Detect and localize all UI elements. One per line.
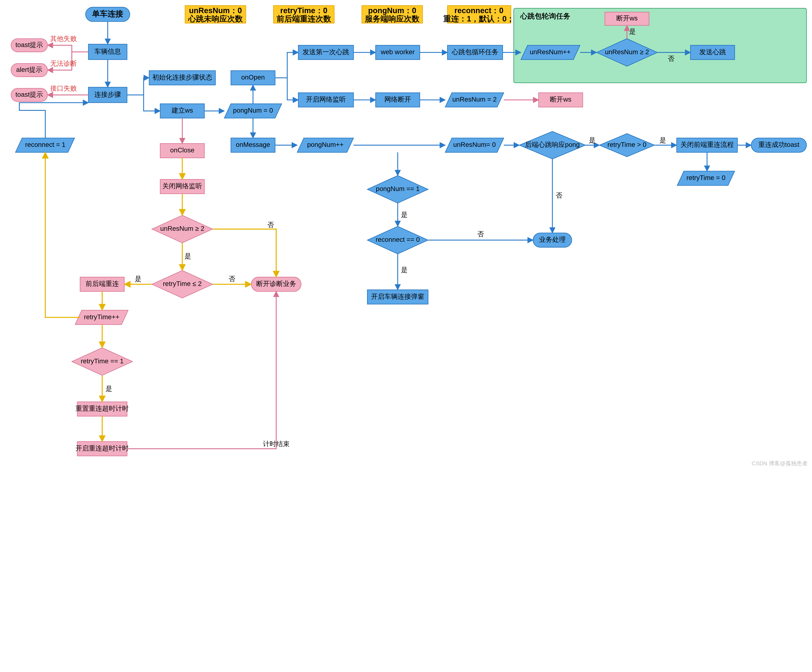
svg-text:后端心跳响应pong: 后端心跳响应pong — [525, 141, 580, 148]
node-pong-zero: pongNum = 0 — [224, 104, 282, 118]
node-onclose: onClose — [160, 143, 204, 158]
svg-text:否: 否 — [477, 230, 484, 238]
svg-text:是: 是 — [135, 275, 142, 282]
heartbeat-group-title: 心跳包轮询任务 — [520, 12, 570, 20]
node-web-worker: web worker — [375, 45, 420, 60]
badge-reconnect: reconnect：0重连：1，默认：0； — [444, 5, 514, 23]
svg-text:发送心跳: 发送心跳 — [699, 48, 726, 56]
svg-text:初始化连接步骤状态: 初始化连接步骤状态 — [152, 73, 212, 81]
svg-text:reconnect：0: reconnect：0 — [454, 6, 503, 15]
node-disc-ws-2: 断开ws — [539, 93, 583, 107]
svg-text:否: 否 — [229, 275, 235, 282]
svg-text:是: 是 — [106, 385, 112, 392]
svg-text:onMessage: onMessage — [236, 141, 270, 148]
node-toast1: toast提示 — [11, 39, 48, 52]
node-retry-eq1: retryTime == 1 — [72, 348, 133, 375]
node-pong-eq1: pongNum == 1 — [367, 175, 428, 203]
svg-text:关闭前端重连流程: 关闭前端重连流程 — [681, 141, 734, 148]
svg-text:连接步骤: 连接步骤 — [94, 91, 121, 98]
svg-text:重连成功toast: 重连成功toast — [758, 141, 800, 148]
node-onopen: onOpen — [231, 71, 275, 85]
svg-text:web worker: web worker — [380, 48, 415, 56]
svg-text:reconnect = 1: reconnect = 1 — [25, 141, 65, 148]
svg-text:reconnect == 0: reconnect == 0 — [375, 236, 420, 243]
svg-text:是: 是 — [401, 211, 408, 218]
svg-text:pongNum：0: pongNum：0 — [368, 6, 416, 15]
svg-text:否: 否 — [267, 221, 274, 228]
svg-text:前后端重连次数: 前后端重连次数 — [276, 14, 331, 23]
node-retry-zero: retryTime = 0 — [677, 171, 735, 185]
svg-text:否: 否 — [556, 192, 562, 199]
node-send-first: 发送第一次心跳 — [299, 45, 353, 60]
svg-text:onOpen: onOpen — [241, 73, 265, 81]
node-unres-2: unResNum = 2 — [445, 93, 504, 107]
svg-text:retryTime：0: retryTime：0 — [280, 6, 328, 15]
svg-text:心跳包循环任务: 心跳包循环任务 — [452, 48, 498, 56]
svg-text:车辆信息: 车辆信息 — [94, 48, 121, 55]
node-retry-inc: retryTime++ — [75, 310, 128, 325]
node-init-step: 初始化连接步骤状态 — [149, 71, 215, 85]
node-reset-timer: 重置重连超时计时 — [75, 402, 129, 416]
node-alert1: alert提示 — [11, 63, 48, 77]
svg-text:建立ws: 建立ws — [172, 107, 193, 114]
svg-text:unResNum ≥ 2: unResNum ≥ 2 — [605, 48, 649, 56]
label-api-fail: 接口失败 — [50, 85, 77, 92]
node-unres-ge2b: unResNum ≥ 2 — [152, 215, 213, 243]
svg-text:unResNum++: unResNum++ — [530, 48, 571, 56]
node-retry-le2: retryTime ≤ 2 — [152, 271, 213, 298]
badge-retrytime: retryTime：0前后端重连次数 — [273, 5, 334, 23]
svg-text:关闭网络监听: 关闭网络监听 — [162, 182, 202, 190]
svg-text:pongNum++: pongNum++ — [307, 141, 344, 148]
svg-text:是: 是 — [401, 266, 408, 274]
svg-text:unResNum：0: unResNum：0 — [189, 6, 242, 15]
node-net-off: 网络断开 — [375, 93, 420, 107]
svg-text:retryTime = 0: retryTime = 0 — [686, 174, 725, 182]
label-timer-end: 计时结束 — [263, 440, 290, 447]
node-biz: 业务处理 — [533, 233, 571, 247]
svg-text:retryTime ≤ 2: retryTime ≤ 2 — [163, 280, 202, 288]
node-start-net: 开启网络监听 — [299, 93, 353, 107]
svg-text:alert提示: alert提示 — [16, 66, 43, 73]
svg-text:否: 否 — [668, 55, 674, 62]
svg-text:开启重连超时计时: 开启重连超时计时 — [75, 444, 129, 452]
svg-text:业务处理: 业务处理 — [539, 236, 566, 243]
node-open-pop: 开启车辆连接弹窗 — [367, 290, 428, 304]
node-reconn-eq0: reconnect == 0 — [367, 226, 428, 254]
svg-text:toast提示: toast提示 — [15, 41, 43, 49]
svg-text:心跳未响应次数: 心跳未响应次数 — [188, 14, 243, 23]
node-unres-zero: unResNum= 0 — [445, 138, 504, 152]
svg-text:断开ws: 断开ws — [616, 14, 638, 22]
svg-text:重连：1，默认：0；: 重连：1，默认：0； — [444, 14, 514, 23]
node-pong-inc: pongNum++ — [297, 138, 353, 152]
svg-text:是: 是 — [629, 28, 636, 35]
node-close-front: 关闭前端重连流程 — [677, 138, 737, 152]
svg-text:retryTime++: retryTime++ — [84, 313, 119, 321]
svg-text:retryTime == 1: retryTime == 1 — [81, 357, 124, 365]
svg-text:开启网络监听: 开启网络监听 — [306, 95, 346, 103]
watermark: CSDN 博客@孤独患者 — [752, 460, 807, 466]
svg-text:unResNum ≥ 2: unResNum ≥ 2 — [160, 225, 205, 232]
node-start: 单车连接 — [85, 7, 130, 21]
svg-text:断开诊断业务: 断开诊断业务 — [256, 280, 296, 288]
svg-text:单车连接: 单车连接 — [92, 9, 123, 18]
node-reconn-ok: 重连成功toast — [751, 138, 807, 152]
svg-text:前后端重连: 前后端重连 — [85, 280, 119, 288]
node-heart-loop: 心跳包循环任务 — [447, 45, 503, 60]
node-reconn-set: reconnect = 1 — [15, 138, 75, 152]
label-other-fail: 其他失败 — [50, 35, 77, 43]
node-fe-reconn: 前后端重连 — [80, 277, 124, 291]
svg-text:发送第一次心跳: 发送第一次心跳 — [302, 48, 349, 56]
svg-text:pongNum = 0: pongNum = 0 — [233, 107, 273, 114]
node-conn-step: 连接步骤 — [88, 87, 127, 102]
svg-text:是: 是 — [589, 136, 595, 144]
node-unres-inc: unResNum++ — [521, 45, 580, 60]
svg-text:是: 是 — [660, 136, 666, 144]
flowchart-canvas: 心跳包轮询任务 unResNum：0心跳未响应次数 retryTime：0前后端… — [0, 0, 812, 469]
svg-text:pongNum == 1: pongNum == 1 — [376, 185, 420, 192]
svg-text:服务端响应次数: 服务端响应次数 — [365, 14, 420, 23]
svg-text:断开ws: 断开ws — [550, 95, 571, 103]
badge-pongnum: pongNum：0服务端响应次数 — [362, 5, 423, 23]
svg-text:unResNum= 0: unResNum= 0 — [453, 141, 496, 148]
svg-text:开启车辆连接弹窗: 开启车辆连接弹窗 — [371, 293, 424, 300]
svg-text:unResNum = 2: unResNum = 2 — [452, 95, 496, 103]
